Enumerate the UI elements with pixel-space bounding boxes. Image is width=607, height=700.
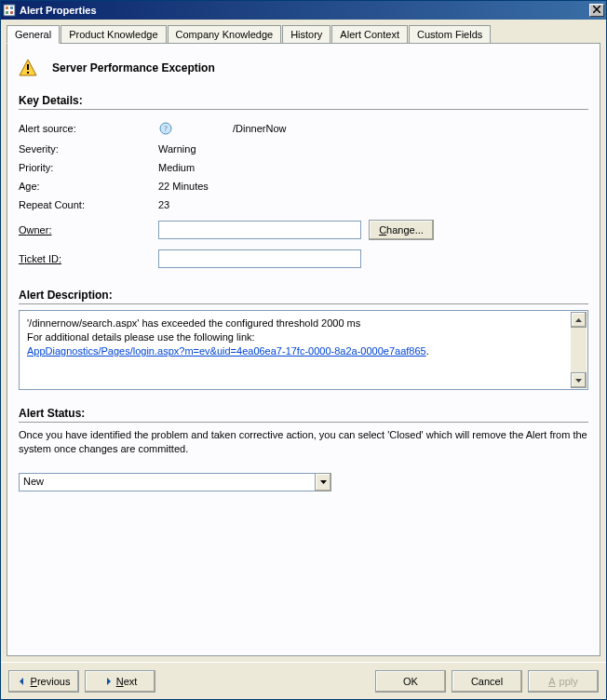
priority-value: Medium (158, 162, 588, 173)
previous-button[interactable]: Previous (8, 670, 79, 693)
footer-actions: OK Cancel Apply (375, 670, 599, 693)
alert-status-selected: New (19, 473, 315, 491)
svg-rect-2 (10, 7, 13, 9)
repeat-count-label: Repeat Count: (19, 199, 158, 210)
alert-description-label: Alert Description: (19, 289, 588, 304)
svg-rect-4 (10, 11, 13, 14)
alert-source-label: Alert source: (19, 123, 158, 134)
ticket-id-row: Ticket ID: (19, 249, 588, 268)
cancel-button[interactable]: Cancel (452, 670, 522, 693)
age-label: Age: (19, 181, 158, 192)
alert-description-box: '/dinnernow/search.aspx' has exceeded th… (19, 310, 588, 390)
svg-rect-0 (4, 5, 15, 16)
close-button[interactable] (589, 4, 604, 17)
alert-heading-row: Server Performance Exception (19, 59, 588, 77)
alert-source-value: /DinnerNow (233, 123, 588, 134)
ticket-id-input[interactable] (158, 249, 361, 268)
scroll-up-button[interactable] (571, 312, 587, 328)
ticket-id-label: Ticket ID: (19, 253, 158, 264)
svg-rect-8 (27, 64, 29, 70)
arrow-left-icon (18, 677, 27, 686)
tab-alert-context[interactable]: Alert Context (331, 25, 408, 43)
svg-marker-12 (575, 318, 582, 322)
key-details-underline (19, 109, 588, 110)
arrow-right-icon (103, 677, 113, 686)
alert-status-label: Alert Status: (19, 407, 588, 423)
severity-value: Warning (158, 143, 588, 155)
severity-label: Severity: (19, 143, 158, 155)
tab-history[interactable]: History (282, 25, 330, 43)
chevron-down-icon (320, 480, 327, 484)
tab-company-knowledge[interactable]: Company Knowledge (168, 25, 282, 43)
footer-nav: Previous Next (8, 670, 155, 693)
svg-rect-1 (6, 7, 8, 9)
key-details-label: Key Details: (19, 94, 588, 107)
description-link-line: AppDiagnostics/Pages/login.aspx?m=ev&uid… (27, 344, 567, 358)
age-value: 22 Minutes (158, 181, 588, 192)
alert-status-section: Alert Status: Once you have identified t… (19, 407, 588, 491)
description-scrollbar (571, 312, 587, 388)
app-icon (3, 4, 16, 17)
alert-properties-window: Alert Properties General Product Knowled… (0, 0, 607, 700)
svg-marker-15 (20, 678, 23, 685)
alert-status-help-text: Once you have identified the problem and… (19, 428, 588, 456)
tab-general[interactable]: General (7, 25, 60, 44)
repeat-count-value: 23 (158, 199, 588, 210)
ok-button[interactable]: OK (375, 670, 446, 693)
description-line-2: For additional details please use the fo… (27, 330, 567, 344)
description-link[interactable]: AppDiagnostics/Pages/login.aspx?m=ev&uid… (27, 345, 426, 357)
svg-marker-14 (320, 480, 327, 484)
owner-input[interactable] (158, 221, 361, 239)
footer: Previous Next OK Cancel Apply (1, 662, 606, 699)
owner-label: Owner: (19, 224, 158, 236)
apply-button[interactable]: Apply (528, 670, 599, 693)
tab-panel-general: Server Performance Exception Key Details… (7, 43, 600, 656)
source-icon: ? (158, 121, 173, 136)
tab-product-knowledge[interactable]: Product Knowledge (61, 25, 166, 43)
scroll-down-button[interactable] (571, 372, 587, 388)
alert-status-select[interactable]: New (19, 473, 331, 491)
tab-custom-fields[interactable]: Custom Fields (409, 25, 491, 43)
alert-description-section: Alert Description: '/dinnernow/search.as… (19, 289, 588, 390)
svg-rect-3 (6, 11, 8, 14)
titlebar: Alert Properties (1, 1, 606, 20)
svg-marker-16 (107, 678, 111, 685)
svg-marker-13 (575, 379, 582, 383)
window-title: Alert Properties (20, 5, 589, 16)
tabstrip: General Product Knowledge Company Knowle… (7, 25, 600, 43)
alert-heading: Server Performance Exception (52, 61, 215, 74)
priority-label: Priority: (19, 162, 158, 173)
warning-icon (19, 59, 37, 77)
svg-text:?: ? (164, 125, 168, 133)
next-button[interactable]: Next (85, 670, 155, 693)
svg-rect-9 (27, 72, 29, 74)
alert-status-dropdown-button[interactable] (315, 473, 331, 491)
description-line-1: '/dinnernow/search.aspx' has exceeded th… (27, 316, 567, 330)
change-button[interactable]: Change... (369, 220, 434, 240)
key-details-grid: Alert source: ? /DinnerNow Severity: War… (19, 121, 588, 210)
owner-row: Owner: Change... (19, 220, 588, 240)
